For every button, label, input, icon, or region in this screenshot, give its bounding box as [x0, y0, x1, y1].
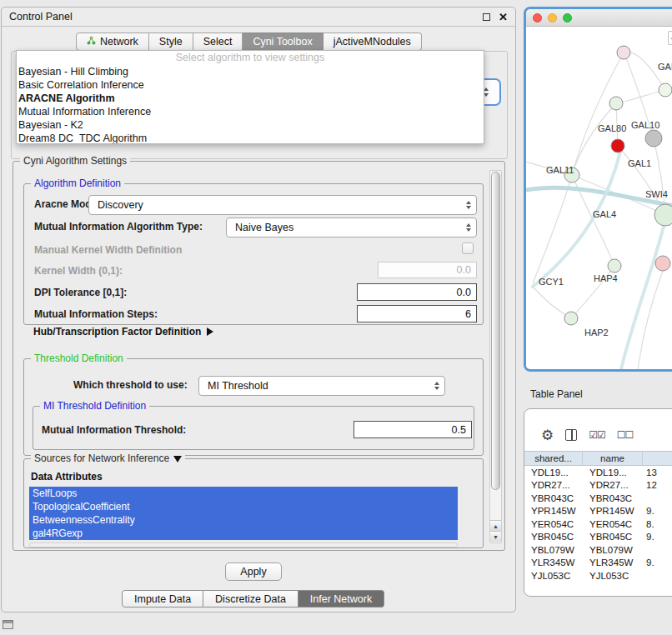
mi-steps-label: Mutual Information Steps: [34, 308, 158, 320]
column-header[interactable] [643, 452, 672, 465]
algorithm-option[interactable]: ARACNE Algorithm [17, 92, 484, 105]
hub-definition-section[interactable]: Hub/Transcription Factor Definition [33, 326, 213, 338]
canvas-corner-widget[interactable]: ✓ [668, 31, 672, 45]
attributes-hscrollbar[interactable] [29, 542, 458, 548]
table-toolbar: ⚙ ☑☑ ☐☐ [524, 409, 672, 451]
dpi-tolerance-field[interactable]: 0.0 [357, 283, 477, 301]
aracne-mode-select[interactable]: Discovery [88, 195, 477, 215]
algorithm-popup-list: Bayesian - Hill ClimbingBasic Correlatio… [17, 65, 484, 144]
attribute-item[interactable]: gal4RGexp [29, 527, 458, 540]
node-label: GAL80 [598, 123, 626, 133]
network-node[interactable] [645, 130, 662, 147]
mi-threshold-field[interactable]: 0.5 [354, 421, 472, 438]
table-row[interactable]: YJL053CYJL053C [524, 569, 672, 582]
table-row[interactable]: YBR045CYBR045C9. [524, 531, 672, 544]
collapse-arrow-icon[interactable] [173, 456, 182, 462]
algorithm-option[interactable]: Basic Correlation Inference [17, 78, 484, 92]
attribute-item[interactable]: TopologicalCoefficient [29, 500, 458, 513]
settings-group-title: Cyni Algorithm Settings [20, 155, 130, 167]
algorithm-option[interactable]: Mutual Information Inference [17, 105, 484, 118]
table-row[interactable]: YPR145WYPR145W9. [524, 505, 672, 518]
table-row[interactable]: YDL19...YDL19...13 [524, 466, 672, 479]
tab-jactivemnodules[interactable]: jActiveMNodules [323, 32, 422, 51]
table-cell: YBL079W [583, 545, 643, 555]
table-panel-title: Table Panel [530, 388, 583, 400]
tab-cyni-toolbox[interactable]: Cyni Toolbox [243, 32, 323, 51]
network-edge [533, 175, 572, 283]
node-label: GAL10 [631, 120, 659, 130]
attribute-item[interactable]: SelfLoops [29, 487, 458, 500]
hub-definition-label: Hub/Transcription Factor Definition [33, 326, 201, 338]
network-node[interactable] [655, 256, 670, 271]
network-node[interactable] [564, 312, 578, 325]
table-cell: YPR145W [583, 506, 643, 516]
minimized-window-icon[interactable] [3, 620, 13, 629]
sources-title[interactable]: Sources for Network Inference [31, 452, 185, 464]
network-view-window: GAL80GAL10GAL11GAL1SWI4GAL4GCY1HAP4HAP2G… [524, 7, 672, 372]
network-node[interactable] [659, 83, 672, 97]
algorithm-dropdown: Select algorithm to view settings Bayesi… [16, 50, 484, 144]
tab-network[interactable]: Network [76, 32, 149, 51]
table-cell: YDR27... [583, 480, 643, 490]
node-label: HAP2 [584, 328, 609, 338]
table-row[interactable]: YBR043CYBR043C [524, 492, 672, 505]
algorithm-option[interactable]: Bayesian - K2 [17, 118, 484, 132]
scroll-up-button[interactable]: ▲ [490, 520, 501, 531]
apply-button[interactable]: Apply [225, 562, 282, 581]
network-node[interactable] [609, 97, 623, 110]
settings-scrollbar[interactable]: ▲ ▼ [489, 170, 502, 543]
table-body: YDL19...YDL19...13YDR27...YDR27...12YBR0… [524, 466, 672, 582]
close-icon[interactable]: ✕ [499, 12, 508, 22]
mi-type-select[interactable]: Naive Bayes [226, 218, 477, 238]
which-threshold-select[interactable]: MI Threshold [198, 376, 445, 396]
algorithm-definition-group: Algorithm Definition Aracne Mode: Discov… [23, 183, 484, 325]
minimize-traffic-light[interactable] [548, 13, 557, 22]
float-window-icon[interactable] [483, 13, 490, 21]
network-node[interactable] [611, 139, 624, 152]
network-node[interactable] [617, 46, 630, 59]
control-panel-titlebar[interactable]: Control Panel ✕ [2, 8, 515, 27]
table-cell: YDR27... [524, 480, 583, 490]
network-window-titlebar[interactable] [526, 9, 672, 27]
table-cell: YBR045C [524, 532, 583, 542]
mi-steps-value: 6 [465, 308, 471, 320]
tab-style[interactable]: Style [149, 32, 193, 51]
attribute-item[interactable]: BetweennessCentrality [29, 513, 458, 527]
bottom-tab-infer-network[interactable]: Infer Network [298, 590, 384, 608]
node-label: GAL4 [593, 209, 616, 219]
mi-steps-field[interactable]: 6 [357, 305, 477, 322]
manual-kernel-checkbox[interactable] [462, 242, 474, 254]
zoom-traffic-light[interactable] [563, 13, 572, 22]
table-row[interactable]: YDR27...YDR27...12 [524, 479, 672, 492]
network-canvas[interactable]: GAL80GAL10GAL11GAL1SWI4GAL4GCY1HAP4HAP2G… [526, 27, 672, 369]
table-row[interactable]: YER054CYER054C8. [524, 518, 672, 531]
select-all-checkboxes-icon[interactable]: ☑☑ [589, 429, 605, 441]
column-header[interactable]: name [583, 452, 643, 465]
algorithm-option[interactable]: Dream8 DC_TDC Algorithm [17, 132, 484, 144]
column-header[interactable]: shared... [524, 452, 583, 465]
table-row[interactable]: YLR345WYLR345W9. [524, 557, 672, 570]
network-node[interactable] [608, 259, 621, 272]
bottom-tab-discretize-data[interactable]: Discretize Data [203, 590, 298, 608]
table-cell: 9. [643, 532, 672, 542]
node-label: SWI4 [645, 189, 668, 199]
gear-icon[interactable]: ⚙ [541, 428, 554, 442]
scroll-down-button[interactable]: ▼ [490, 531, 501, 542]
tab-select[interactable]: Select [193, 32, 243, 51]
close-traffic-light[interactable] [533, 13, 542, 22]
table-cell: YLR345W [524, 558, 583, 568]
expand-arrow-icon[interactable] [207, 328, 213, 336]
network-node[interactable] [654, 204, 672, 226]
columns-icon[interactable] [565, 429, 577, 441]
algorithm-option[interactable]: Bayesian - Hill Climbing [17, 65, 484, 78]
network-edge [533, 287, 571, 318]
cyni-algorithm-settings-group: Cyni Algorithm Settings ▲ ▼ Algorithm De… [13, 161, 505, 551]
node-label: GAL11 [546, 165, 574, 175]
network-edge [572, 103, 616, 175]
scrollbar-thumb[interactable] [491, 172, 500, 490]
table-cell: 8. [643, 519, 672, 529]
table-row[interactable]: YBL079WYBL079W [524, 543, 672, 557]
bottom-tab-impute-data[interactable]: Impute Data [122, 590, 203, 608]
kernel-width-field: 0.0 [378, 262, 477, 278]
deselect-all-checkboxes-icon[interactable]: ☐☐ [617, 429, 634, 441]
